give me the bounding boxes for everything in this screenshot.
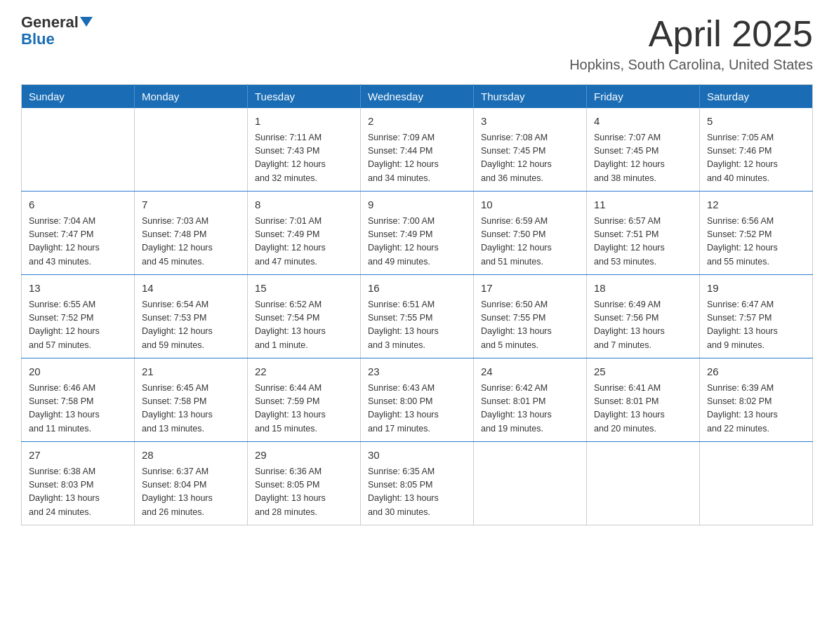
day-of-week-header: Saturday — [700, 85, 813, 109]
day-of-week-header: Tuesday — [248, 85, 361, 109]
day-info: Sunrise: 6:47 AM Sunset: 7:57 PM Dayligh… — [707, 298, 805, 353]
calendar-cell: 15Sunrise: 6:52 AM Sunset: 7:54 PM Dayli… — [248, 275, 361, 358]
calendar-cell: 2Sunrise: 7:09 AM Sunset: 7:44 PM Daylig… — [361, 108, 474, 192]
day-info: Sunrise: 7:07 AM Sunset: 7:45 PM Dayligh… — [594, 131, 692, 186]
calendar-cell: 8Sunrise: 7:01 AM Sunset: 7:49 PM Daylig… — [248, 192, 361, 275]
calendar-cell: 16Sunrise: 6:51 AM Sunset: 7:55 PM Dayli… — [361, 275, 474, 358]
day-info: Sunrise: 6:59 AM Sunset: 7:50 PM Dayligh… — [481, 215, 579, 269]
calendar-cell: 14Sunrise: 6:54 AM Sunset: 7:53 PM Dayli… — [135, 275, 248, 358]
day-number: 7 — [142, 197, 240, 213]
calendar-cell — [700, 442, 813, 525]
calendar-cell: 21Sunrise: 6:45 AM Sunset: 7:58 PM Dayli… — [135, 358, 248, 442]
logo-area: GeneralBlue — [21, 14, 93, 48]
calendar-table: SundayMondayTuesdayWednesdayThursdayFrid… — [21, 84, 813, 525]
day-info: Sunrise: 7:04 AM Sunset: 7:47 PM Dayligh… — [29, 215, 127, 269]
day-info: Sunrise: 6:51 AM Sunset: 7:55 PM Dayligh… — [368, 298, 466, 353]
day-of-week-header: Sunday — [22, 85, 135, 109]
day-info: Sunrise: 6:50 AM Sunset: 7:55 PM Dayligh… — [481, 298, 579, 353]
day-info: Sunrise: 6:46 AM Sunset: 7:58 PM Dayligh… — [29, 382, 127, 436]
title-area: April 2025 Hopkins, South Carolina, Unit… — [569, 14, 813, 73]
day-info: Sunrise: 7:09 AM Sunset: 7:44 PM Dayligh… — [368, 131, 466, 186]
day-info: Sunrise: 7:00 AM Sunset: 7:49 PM Dayligh… — [368, 215, 466, 269]
day-of-week-header: Wednesday — [361, 85, 474, 109]
day-number: 24 — [481, 364, 579, 380]
day-info: Sunrise: 6:57 AM Sunset: 7:51 PM Dayligh… — [594, 215, 692, 269]
calendar-cell — [22, 108, 135, 192]
calendar-cell: 23Sunrise: 6:43 AM Sunset: 8:00 PM Dayli… — [361, 358, 474, 442]
day-number: 29 — [255, 448, 353, 464]
day-info: Sunrise: 6:36 AM Sunset: 8:05 PM Dayligh… — [255, 465, 353, 520]
calendar-cell — [587, 442, 700, 525]
day-number: 8 — [255, 197, 353, 213]
day-number: 12 — [707, 197, 805, 213]
calendar-cell: 19Sunrise: 6:47 AM Sunset: 7:57 PM Dayli… — [700, 275, 813, 358]
day-info: Sunrise: 6:55 AM Sunset: 7:52 PM Dayligh… — [29, 298, 127, 353]
day-number: 9 — [368, 197, 466, 213]
day-number: 21 — [142, 364, 240, 380]
calendar-cell: 13Sunrise: 6:55 AM Sunset: 7:52 PM Dayli… — [22, 275, 135, 358]
calendar-header: SundayMondayTuesdayWednesdayThursdayFrid… — [22, 85, 813, 109]
day-info: Sunrise: 7:01 AM Sunset: 7:49 PM Dayligh… — [255, 215, 353, 269]
day-number: 6 — [29, 197, 127, 213]
calendar-cell: 9Sunrise: 7:00 AM Sunset: 7:49 PM Daylig… — [361, 192, 474, 275]
days-of-week-row: SundayMondayTuesdayWednesdayThursdayFrid… — [22, 85, 813, 109]
day-number: 13 — [29, 281, 127, 297]
day-info: Sunrise: 6:37 AM Sunset: 8:04 PM Dayligh… — [142, 465, 240, 520]
day-number: 3 — [481, 114, 579, 130]
day-info: Sunrise: 7:03 AM Sunset: 7:48 PM Dayligh… — [142, 215, 240, 269]
page-header: GeneralBlue April 2025 Hopkins, South Ca… — [21, 14, 813, 73]
day-of-week-header: Thursday — [474, 85, 587, 109]
calendar-week-row: 13Sunrise: 6:55 AM Sunset: 7:52 PM Dayli… — [22, 275, 813, 358]
calendar-cell: 24Sunrise: 6:42 AM Sunset: 8:01 PM Dayli… — [474, 358, 587, 442]
day-number: 18 — [594, 281, 692, 297]
calendar-cell: 12Sunrise: 6:56 AM Sunset: 7:52 PM Dayli… — [700, 192, 813, 275]
day-number: 14 — [142, 281, 240, 297]
day-info: Sunrise: 6:43 AM Sunset: 8:00 PM Dayligh… — [368, 382, 466, 436]
day-info: Sunrise: 6:56 AM Sunset: 7:52 PM Dayligh… — [707, 215, 805, 269]
calendar-body: 1Sunrise: 7:11 AM Sunset: 7:43 PM Daylig… — [22, 108, 813, 525]
day-number: 19 — [707, 281, 805, 297]
day-number: 28 — [142, 448, 240, 464]
calendar-cell: 26Sunrise: 6:39 AM Sunset: 8:02 PM Dayli… — [700, 358, 813, 442]
day-number: 4 — [594, 114, 692, 130]
calendar-week-row: 6Sunrise: 7:04 AM Sunset: 7:47 PM Daylig… — [22, 192, 813, 275]
logo-triangle-icon — [80, 17, 93, 27]
day-number: 11 — [594, 197, 692, 213]
calendar-cell: 4Sunrise: 7:07 AM Sunset: 7:45 PM Daylig… — [587, 108, 700, 192]
day-info: Sunrise: 6:38 AM Sunset: 8:03 PM Dayligh… — [29, 465, 127, 520]
calendar-week-row: 27Sunrise: 6:38 AM Sunset: 8:03 PM Dayli… — [22, 442, 813, 525]
day-number: 10 — [481, 197, 579, 213]
day-number: 15 — [255, 281, 353, 297]
calendar-cell — [474, 442, 587, 525]
calendar-cell: 18Sunrise: 6:49 AM Sunset: 7:56 PM Dayli… — [587, 275, 700, 358]
calendar-cell: 30Sunrise: 6:35 AM Sunset: 8:05 PM Dayli… — [361, 442, 474, 525]
day-info: Sunrise: 6:54 AM Sunset: 7:53 PM Dayligh… — [142, 298, 240, 353]
day-number: 16 — [368, 281, 466, 297]
day-of-week-header: Friday — [587, 85, 700, 109]
day-number: 1 — [255, 114, 353, 130]
calendar-cell: 20Sunrise: 6:46 AM Sunset: 7:58 PM Dayli… — [22, 358, 135, 442]
day-info: Sunrise: 6:35 AM Sunset: 8:05 PM Dayligh… — [368, 465, 466, 520]
logo-blue-text: Blue — [21, 30, 55, 48]
day-number: 22 — [255, 364, 353, 380]
day-info: Sunrise: 7:08 AM Sunset: 7:45 PM Dayligh… — [481, 131, 579, 186]
day-number: 25 — [594, 364, 692, 380]
day-number: 20 — [29, 364, 127, 380]
calendar-week-row: 1Sunrise: 7:11 AM Sunset: 7:43 PM Daylig… — [22, 108, 813, 192]
calendar-cell: 1Sunrise: 7:11 AM Sunset: 7:43 PM Daylig… — [248, 108, 361, 192]
calendar-cell: 10Sunrise: 6:59 AM Sunset: 7:50 PM Dayli… — [474, 192, 587, 275]
day-number: 23 — [368, 364, 466, 380]
day-info: Sunrise: 6:41 AM Sunset: 8:01 PM Dayligh… — [594, 382, 692, 436]
calendar-cell: 17Sunrise: 6:50 AM Sunset: 7:55 PM Dayli… — [474, 275, 587, 358]
location-subtitle: Hopkins, South Carolina, United States — [569, 57, 813, 73]
calendar-cell: 22Sunrise: 6:44 AM Sunset: 7:59 PM Dayli… — [248, 358, 361, 442]
day-info: Sunrise: 7:05 AM Sunset: 7:46 PM Dayligh… — [707, 131, 805, 186]
day-number: 17 — [481, 281, 579, 297]
calendar-cell: 29Sunrise: 6:36 AM Sunset: 8:05 PM Dayli… — [248, 442, 361, 525]
day-of-week-header: Monday — [135, 85, 248, 109]
day-number: 2 — [368, 114, 466, 130]
calendar-cell: 28Sunrise: 6:37 AM Sunset: 8:04 PM Dayli… — [135, 442, 248, 525]
day-info: Sunrise: 6:49 AM Sunset: 7:56 PM Dayligh… — [594, 298, 692, 353]
calendar-cell: 27Sunrise: 6:38 AM Sunset: 8:03 PM Dayli… — [22, 442, 135, 525]
day-info: Sunrise: 6:52 AM Sunset: 7:54 PM Dayligh… — [255, 298, 353, 353]
